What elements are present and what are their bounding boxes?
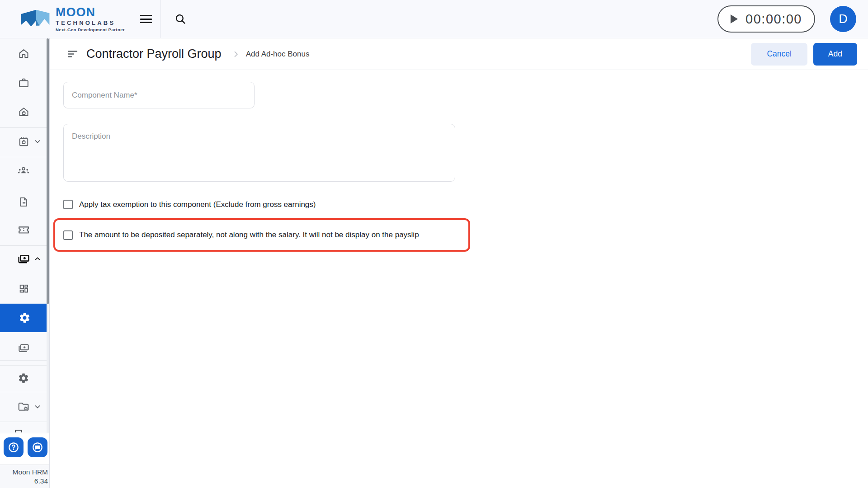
sidebar-item-work[interactable]	[0, 70, 47, 95]
timer-value: 00:00:00	[745, 12, 802, 27]
attendance-calendar-icon	[18, 136, 30, 148]
app-version: 6.34	[0, 477, 48, 486]
cancel-button[interactable]: Cancel	[751, 43, 807, 66]
help-button[interactable]	[4, 437, 24, 457]
sidebar-divider	[0, 365, 47, 366]
payments-icon	[18, 342, 30, 354]
logo-brand: MOON	[56, 6, 125, 19]
sidebar-item-payroll-dashboard[interactable]	[0, 276, 47, 301]
chevron-down-icon	[33, 403, 42, 411]
sidebar-item-home[interactable]	[0, 41, 47, 66]
sidebar-item-payroll[interactable]	[0, 246, 47, 272]
play-icon[interactable]	[731, 14, 738, 23]
time-tracker-widget[interactable]: 00:00:00	[717, 5, 815, 33]
gear-icon	[18, 372, 29, 384]
sidebar-item-documents[interactable]	[0, 189, 47, 215]
sidebar-divider	[0, 360, 47, 361]
sidebar-footer: Moon HRM 6.34	[0, 433, 49, 488]
sidebar-divider	[0, 422, 47, 422]
topbar-divider	[160, 0, 161, 38]
sidebar-divider	[0, 245, 47, 246]
app-window: MOON TECHNOLABS Next-Gen Development Par…	[0, 0, 868, 488]
sidebar-nav: Moon HRM 6.34	[0, 38, 50, 488]
partially-visible-nav-icon	[15, 430, 22, 432]
chevron-up-icon	[33, 255, 42, 263]
tax-exemption-label: Apply tax exemption to this component (E…	[79, 200, 316, 209]
home-office-icon	[18, 106, 30, 118]
sidebar-item-asset-management[interactable]	[0, 394, 47, 419]
help-icon	[7, 441, 20, 454]
page-header: Contractor Payroll Group Add Ad-hoc Bonu…	[50, 38, 868, 70]
groups-icon	[17, 164, 30, 177]
tax-exemption-row: Apply tax exemption to this component (E…	[63, 200, 316, 209]
sidebar-item-attendance[interactable]	[0, 129, 47, 154]
sidebar-item-payroll-settings-active[interactable]	[0, 304, 49, 332]
sidebar-item-settings[interactable]	[0, 366, 47, 391]
ticket-icon	[17, 224, 31, 236]
sidebar-divider	[0, 127, 47, 128]
breadcrumb-title[interactable]: Contractor Payroll Group	[86, 47, 222, 61]
component-name-input[interactable]	[63, 82, 255, 108]
chevron-right-icon	[231, 50, 241, 59]
description-input[interactable]	[63, 124, 455, 182]
sidebar-scrollbar-thumb[interactable]	[47, 38, 49, 304]
chat-button[interactable]	[28, 437, 47, 457]
briefcase-icon	[18, 77, 30, 89]
sidebar-item-payments[interactable]	[0, 335, 47, 361]
main-content: Contractor Payroll Group Add Ad-hoc Bonu…	[50, 38, 868, 488]
tax-exemption-checkbox[interactable]	[63, 200, 73, 209]
breadcrumb-current: Add Ad-hoc Bonus	[246, 50, 310, 59]
chevron-down-icon	[33, 137, 42, 145]
folder-settings-icon	[17, 400, 30, 413]
search-icon[interactable]	[175, 13, 186, 25]
brand-logo: MOON TECHNOLABS Next-Gen Development Par…	[19, 6, 125, 32]
separate-deposit-row: The amount to be deposited separately, n…	[63, 230, 419, 240]
sidebar-divider	[0, 157, 47, 157]
payroll-money-icon	[17, 253, 30, 266]
settings-gear-icon	[19, 312, 31, 324]
sidebar-item-work-from-home[interactable]	[0, 99, 47, 124]
logo-tagline: Next-Gen Development Partner	[56, 28, 125, 32]
sidebar-divider	[0, 392, 47, 392]
app-name: Moon HRM	[0, 468, 48, 477]
app-version-block: Moon HRM 6.34	[0, 465, 49, 488]
add-button[interactable]: Add	[813, 43, 857, 66]
avatar-initial: D	[839, 12, 848, 26]
document-icon	[18, 196, 29, 208]
separate-deposit-label: The amount to be deposited separately, n…	[79, 230, 419, 239]
sidebar-item-tickets[interactable]	[0, 217, 47, 242]
red-highlight-annotation: The amount to be deposited separately, n…	[53, 218, 470, 252]
logo-subtitle: TECHNOLABS	[56, 20, 125, 26]
chat-icon	[31, 441, 44, 454]
home-icon	[18, 47, 30, 60]
avatar[interactable]: D	[830, 6, 856, 32]
separate-deposit-checkbox[interactable]	[63, 230, 73, 240]
logo-text: MOON TECHNOLABS Next-Gen Development Par…	[56, 6, 125, 32]
dashboard-grid-icon	[18, 282, 29, 295]
hamburger-menu-icon[interactable]	[140, 14, 153, 24]
topbar: MOON TECHNOLABS Next-Gen Development Par…	[0, 0, 868, 38]
sidebar-item-employees[interactable]	[0, 158, 47, 183]
moon-logo-icon	[19, 8, 52, 30]
filter-list-icon[interactable]	[67, 48, 78, 60]
